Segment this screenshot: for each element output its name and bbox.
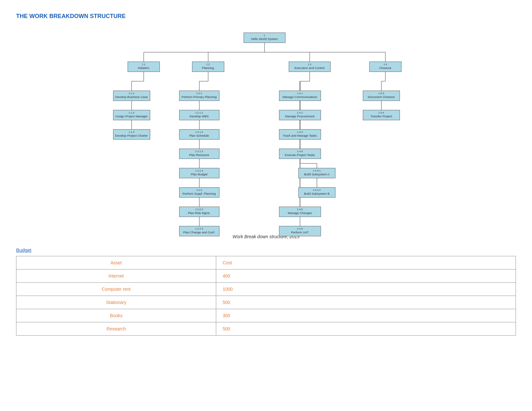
page-title: THE WORK BREAKDOWN STRUCTURE — [16, 13, 516, 20]
budget-row: Books300 — [16, 309, 516, 322]
budget-cell-asset: Stationary — [16, 296, 216, 309]
budget-title[interactable]: Budget — [16, 247, 516, 253]
wbs-diagram: 1Hello World System1.1Initiation1.2Plann… — [16, 29, 516, 229]
wbs-node-n12: 1.2Planning — [192, 62, 224, 72]
wbs-node-n13: 1.3Execution and Control — [289, 62, 331, 72]
wbs-node-n146: 1.4.6Perform UAT — [279, 226, 321, 236]
wbs-node-n111: 1.1.1Develop Business Case — [113, 91, 150, 101]
wbs-node-n1211: 1.2.1.1Develop WBS — [179, 110, 219, 120]
wbs-node-n1442: 1.4.4.2Build Subsystem B — [298, 187, 335, 198]
budget-cell-cost: 500 — [216, 322, 516, 336]
wbs-node-n144: 1.4.4Execute Project Tasks — [279, 149, 321, 159]
wbs-node-n1212: 1.2.1.2Plan Schedule — [179, 129, 219, 140]
wbs-node-n143: 1.4.3Track and Manage Tasks — [279, 129, 321, 140]
wbs-node-n112: 1.1.2Assign Project Manager — [113, 110, 150, 120]
budget-header-cost: Cost — [216, 256, 516, 269]
wbs-node-n14: 1.4Closeout — [369, 62, 401, 72]
budget-row: Computer rent1000 — [16, 283, 516, 296]
budget-cell-asset: Research — [16, 322, 216, 336]
budget-cell-asset: Computer rent — [16, 283, 216, 296]
chart-caption: Work Break down structure, 2015 — [16, 234, 516, 239]
wbs-node-n145: 1.4.5Manage Changes — [279, 207, 321, 217]
budget-row: Research500 — [16, 322, 516, 336]
wbs-node-n153: 1.5.3Document Closeout — [363, 91, 400, 101]
budget-cell-asset: Books — [16, 309, 216, 322]
budget-cell-cost: 400 — [216, 269, 516, 283]
wbs-node-n1: 1Hello World System — [244, 33, 285, 43]
budget-cell-cost: 1000 — [216, 283, 516, 296]
wbs-node-n141: 1.4.1Manage Communications — [279, 91, 321, 101]
wbs-node-n1222: 1.2.2.2Plan Risk Mgmt. — [179, 207, 219, 217]
wbs-node-n142: 1.4.2Manage Procurement — [279, 110, 321, 120]
wbs-node-n154: 1.5.4Transfer Project — [363, 110, 400, 120]
budget-cell-cost: 300 — [216, 309, 516, 322]
wbs-node-n122: 1.2.2Perform Suppl. Planning — [179, 187, 219, 198]
wbs-node-n121: 1.2.1Perform Primary Planning — [179, 91, 219, 101]
budget-cell-asset: Internet — [16, 269, 216, 283]
wbs-node-n11: 1.1Initiation — [128, 62, 160, 72]
wbs-node-n113: 1.1.3Develop Project Charter — [113, 129, 150, 140]
budget-cell-cost: 500 — [216, 296, 516, 309]
budget-row: Stationary500 — [16, 296, 516, 309]
wbs-node-n1213: 1.2.1.3Plan Resource — [179, 149, 219, 159]
wbs-node-n1441: 1.4.4.1Build Subsystem A — [298, 168, 335, 178]
wbs-node-n1214: 1.2.1.4Plan Budget — [179, 168, 219, 178]
budget-table: AssetCostInternet400Computer rent1000Sta… — [16, 256, 516, 336]
budget-header-asset: Asset — [16, 256, 216, 269]
wbs-node-n1223: 1.2.2.3Plan Change and Conf. — [179, 226, 219, 236]
budget-row: Internet400 — [16, 269, 516, 283]
